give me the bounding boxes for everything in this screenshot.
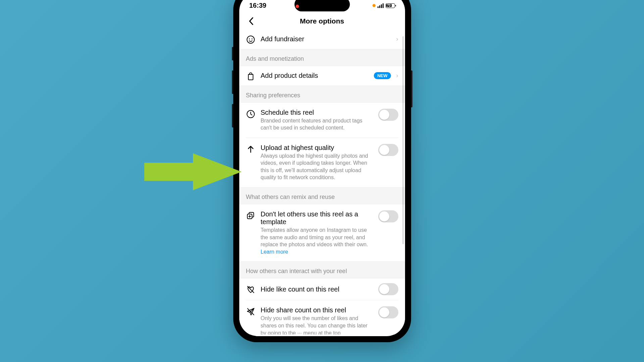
upload-arrow-icon bbox=[246, 145, 255, 154]
section-header-sharing: Sharing preferences bbox=[239, 86, 405, 102]
hide-shares-desc: Only you will see the number of likes an… bbox=[261, 315, 373, 334]
section-header-remix: What others can remix and reuse bbox=[239, 188, 405, 204]
chevron-left-icon bbox=[249, 17, 253, 25]
status-time: 16:39 bbox=[249, 2, 266, 9]
back-button[interactable] bbox=[246, 16, 256, 26]
share-off-icon bbox=[246, 307, 255, 316]
upload-desc: Always upload the highest quality photos… bbox=[261, 152, 373, 181]
row-product-details[interactable]: Add product details NEW › bbox=[239, 66, 405, 86]
annotation-arrow bbox=[144, 153, 242, 192]
hide-shares-title: Hide share count on this reel bbox=[261, 306, 373, 314]
content-scroll[interactable]: Add fundraiser › Ads and monetization Ad… bbox=[239, 30, 405, 334]
svg-point-2 bbox=[249, 38, 250, 39]
section-header-ads: Ads and monetization bbox=[239, 49, 405, 66]
phone-screen: 16:39 70 More options bbox=[239, 0, 405, 336]
shopping-bag-icon bbox=[246, 71, 255, 81]
heart-off-icon bbox=[246, 285, 255, 294]
upload-toggle[interactable] bbox=[378, 144, 398, 156]
template-title: Don't let others use this reel as a temp… bbox=[261, 210, 373, 226]
row-hide-shares: Hide share count on this reel Only you w… bbox=[239, 300, 405, 334]
svg-point-1 bbox=[247, 36, 254, 43]
battery-icon: 70 bbox=[386, 3, 395, 8]
svg-marker-0 bbox=[144, 153, 242, 190]
row-template: Don't let others use this reel as a temp… bbox=[239, 204, 405, 261]
upload-title: Upload at highest quality bbox=[261, 144, 373, 152]
chevron-right-icon: › bbox=[396, 36, 398, 43]
nav-header: More options bbox=[239, 13, 405, 30]
template-icon bbox=[246, 211, 255, 220]
schedule-title: Schedule this reel bbox=[261, 109, 373, 116]
fundraiser-icon bbox=[246, 35, 255, 44]
row-upload-quality: Upload at highest quality Always upload … bbox=[239, 138, 405, 187]
phone-frame: 16:39 70 More options bbox=[233, 0, 411, 342]
row-add-fundraiser[interactable]: Add fundraiser › bbox=[239, 30, 405, 49]
signal-icon bbox=[378, 3, 384, 8]
dynamic-island bbox=[294, 0, 350, 11]
chevron-right-icon: › bbox=[396, 72, 398, 79]
clock-icon bbox=[246, 109, 255, 119]
new-badge: NEW bbox=[374, 72, 391, 79]
row-hide-likes: Hide like count on this reel bbox=[239, 278, 405, 300]
privacy-indicator-icon bbox=[373, 4, 376, 7]
hide-likes-toggle[interactable] bbox=[378, 283, 398, 295]
row-schedule-reel: Schedule this reel Branded content featu… bbox=[239, 103, 405, 138]
schedule-desc: Branded content features and product tag… bbox=[261, 117, 373, 132]
page-title: More options bbox=[300, 17, 344, 25]
hide-likes-title: Hide like count on this reel bbox=[261, 286, 373, 293]
scrollbar[interactable] bbox=[402, 36, 404, 244]
schedule-toggle[interactable] bbox=[378, 109, 398, 121]
product-details-label: Add product details bbox=[261, 72, 369, 80]
section-header-interact: How others can interact with your reel bbox=[239, 262, 405, 278]
recording-indicator bbox=[296, 5, 299, 8]
template-toggle[interactable] bbox=[378, 210, 398, 222]
template-desc: Templates allow anyone on Instagram to u… bbox=[261, 226, 373, 255]
fundraiser-label: Add fundraiser bbox=[261, 35, 391, 43]
svg-point-3 bbox=[251, 38, 252, 39]
hide-shares-toggle[interactable] bbox=[378, 306, 398, 318]
learn-more-link[interactable]: Learn more bbox=[261, 249, 288, 255]
